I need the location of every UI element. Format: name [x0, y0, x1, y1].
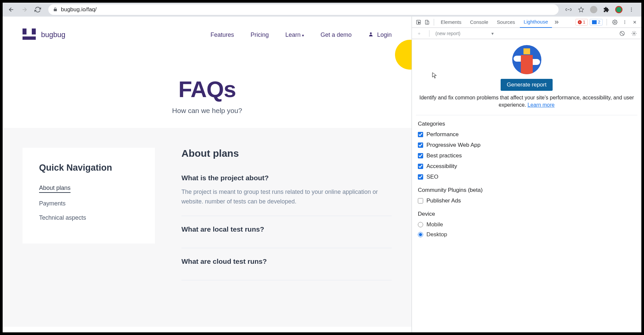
lighthouse-description: Identify and fix common problems that af… [416, 94, 637, 109]
check-seo[interactable]: SEO [418, 174, 635, 180]
svg-point-9 [624, 22, 625, 22]
nav-login[interactable]: Login [368, 31, 392, 38]
svg-point-1 [631, 9, 632, 10]
tab-elements[interactable]: Elements [437, 17, 466, 28]
device-toggle-icon[interactable] [423, 18, 431, 26]
nav-features[interactable]: Features [211, 31, 234, 38]
faq-item[interactable]: What is the project about? The project i… [181, 174, 392, 216]
logo-mark-icon [23, 28, 38, 41]
devtools-panel: Elements Console Sources Lighthouse × 1 … [412, 17, 641, 332]
main-nav: Features Pricing Learn▾ Get a demo Login [211, 31, 392, 38]
toolbar-icons [564, 5, 638, 14]
svg-point-12 [633, 33, 635, 34]
svg-rect-6 [427, 21, 429, 24]
plus-icon[interactable]: + [415, 29, 423, 37]
error-badge[interactable]: × 1 [575, 19, 588, 26]
quick-nav-title: Quick Navigation [39, 163, 138, 173]
faq-answer: The project is meant to group test runs … [181, 187, 392, 206]
extension-green-icon[interactable] [614, 5, 623, 14]
share-icon[interactable] [564, 5, 573, 14]
faq-main: About plans What is the project about? T… [181, 148, 392, 307]
sidebar-item-about-plans[interactable]: About plans [39, 185, 71, 193]
more-tabs-icon[interactable] [553, 18, 561, 26]
page-title: FAQs [3, 76, 412, 102]
radio-desktop[interactable]: Desktop [418, 231, 635, 238]
nav-learn[interactable]: Learn▾ [285, 31, 304, 38]
check-publisher-ads[interactable]: Publisher Ads [418, 197, 635, 204]
page-subtitle: How can we help you? [3, 107, 412, 115]
devtools-menu-icon[interactable] [621, 18, 629, 26]
categories-title: Categories [418, 121, 635, 127]
hero: FAQs How can we help you? [3, 53, 412, 128]
page-content: bugbug Features Pricing Learn▾ Get a dem… [3, 17, 412, 332]
settings-icon[interactable] [611, 18, 619, 26]
nav-demo[interactable]: Get a demo [321, 31, 352, 38]
lighthouse-panel: Generate report Identify and fix common … [412, 39, 641, 247]
site-header: bugbug Features Pricing Learn▾ Get a dem… [3, 17, 412, 53]
faq-body: Quick Navigation About plans Payments Te… [3, 128, 412, 327]
reload-button[interactable] [32, 4, 43, 15]
inspect-icon[interactable] [415, 18, 422, 26]
faq-question: What are local test runs? [181, 225, 392, 233]
faq-question: What is the project about? [181, 174, 392, 182]
tab-lighthouse[interactable]: Lighthouse [520, 17, 552, 28]
radio-mobile[interactable]: Mobile [418, 221, 635, 228]
browser-menu-icon[interactable] [627, 5, 636, 14]
device-title: Device [418, 211, 635, 217]
categories-section: Categories Performance Progressive Web A… [416, 115, 637, 238]
nav-pricing[interactable]: Pricing [251, 31, 269, 38]
quick-nav-card: Quick Navigation About plans Payments Te… [23, 148, 155, 244]
logo[interactable]: bugbug [23, 28, 65, 41]
learn-more-link[interactable]: Learn more [527, 102, 555, 108]
address-bar[interactable]: bugbug.io/faq/ [48, 4, 559, 15]
section-title: About plans [181, 148, 392, 159]
logo-text: bugbug [41, 30, 65, 39]
forward-button[interactable] [19, 4, 30, 15]
chevron-down-icon: ▾ [302, 33, 304, 38]
browser-toolbar: bugbug.io/faq/ [3, 3, 641, 17]
devtools-tabs: Elements Console Sources Lighthouse × 1 … [412, 17, 641, 28]
svg-point-0 [631, 8, 632, 9]
svg-point-8 [624, 20, 625, 21]
sidebar-item-technical[interactable]: Technical aspects [39, 214, 138, 221]
extension-gray-icon[interactable] [589, 5, 598, 14]
error-icon: × [578, 20, 582, 24]
svg-point-10 [624, 23, 625, 24]
tab-console[interactable]: Console [466, 17, 492, 28]
faq-item[interactable]: What are cloud test runs? [181, 257, 392, 280]
panel-settings-icon[interactable] [630, 29, 638, 37]
user-icon [368, 31, 375, 38]
tab-sources[interactable]: Sources [493, 17, 519, 28]
faq-question: What are cloud test runs? [181, 257, 392, 265]
clear-icon[interactable] [618, 29, 626, 37]
lighthouse-subbar: + (new report) ▾ [412, 28, 641, 39]
check-best-practices[interactable]: Best practices [418, 152, 635, 159]
message-badge[interactable]: 2 [590, 19, 603, 26]
plugins-title: Community Plugins (beta) [418, 187, 635, 194]
check-performance[interactable]: Performance [418, 131, 635, 138]
star-icon[interactable] [576, 5, 586, 14]
check-pwa[interactable]: Progressive Web App [418, 142, 635, 148]
generate-report-button[interactable]: Generate report [501, 79, 552, 91]
url-text: bugbug.io/faq/ [61, 6, 97, 13]
svg-point-3 [370, 32, 372, 34]
chevron-down-icon: ▾ [491, 31, 494, 36]
report-selector[interactable]: (new report) ▾ [435, 31, 614, 36]
extensions-icon[interactable] [602, 5, 611, 14]
faq-item[interactable]: What are local test runs? [181, 225, 392, 248]
close-devtools-icon[interactable] [631, 18, 639, 26]
lock-icon [53, 7, 58, 13]
svg-point-2 [631, 11, 632, 12]
svg-point-7 [614, 22, 616, 23]
lighthouse-logo-icon [512, 45, 541, 74]
message-icon [592, 20, 597, 24]
check-accessibility[interactable]: Accessibility [418, 163, 635, 170]
sidebar-item-payments[interactable]: Payments [39, 200, 138, 207]
back-button[interactable] [6, 4, 17, 15]
